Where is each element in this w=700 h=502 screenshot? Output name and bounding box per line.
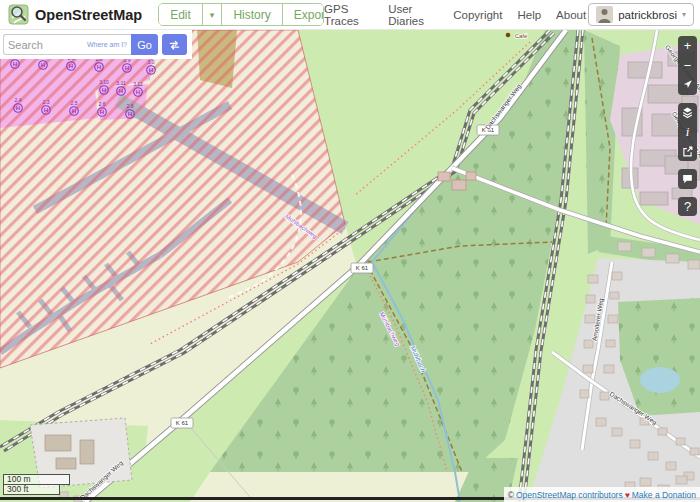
username: patrickbrosi <box>618 9 677 21</box>
k61-badge: K 61 <box>356 265 369 271</box>
svg-text:H: H <box>102 87 106 93</box>
directions-icon <box>168 38 181 52</box>
copyright-symbol: © <box>508 490 514 500</box>
svg-text:3.12: 3.12 <box>133 81 143 87</box>
donate-link[interactable]: Make a Donation <box>632 490 696 500</box>
locate-arrow-icon <box>681 78 694 91</box>
map-action-buttons: Edit ▾ History Export <box>158 3 324 26</box>
cafe-poi: Café <box>506 33 528 39</box>
link-about[interactable]: About <box>556 9 586 21</box>
map-canvas: H2.2H2.4H2.6H2.8H2.9H3.0H3.10H3.11H3.12H… <box>0 30 700 502</box>
edit-button[interactable]: Edit <box>159 4 203 25</box>
directions-button[interactable] <box>162 34 187 55</box>
svg-text:2.4: 2.4 <box>15 97 22 103</box>
map[interactable]: H2.2H2.4H2.6H2.8H2.9H3.0H3.10H3.11H3.12H… <box>0 30 700 502</box>
svg-text:2.6: 2.6 <box>99 101 106 107</box>
svg-text:H: H <box>149 67 153 73</box>
link-copyright[interactable]: Copyright <box>453 9 502 21</box>
osm-contributors-link[interactable]: OpenStreetMap contributors <box>516 490 623 500</box>
search-panel: Where am I? Go <box>0 30 192 59</box>
zoom-in-button[interactable]: + <box>678 36 697 56</box>
svg-text:H: H <box>100 109 104 115</box>
svg-text:3.10: 3.10 <box>99 79 109 85</box>
svg-text:H: H <box>128 111 132 117</box>
cafe-label: Café <box>515 33 528 39</box>
attribution-bar: © OpenStreetMap contributors ♥ Make a Do… <box>504 487 700 502</box>
link-help[interactable]: Help <box>517 9 541 21</box>
brand-title: OpenStreetMap <box>35 7 142 23</box>
where-am-i-link[interactable]: Where am I? <box>87 41 127 48</box>
user-menu-button[interactable]: patrickbrosi ▾ <box>588 3 694 26</box>
svg-text:H: H <box>136 89 140 95</box>
share-icon <box>681 145 694 158</box>
locate-button[interactable] <box>678 75 697 95</box>
site-links: GPS Traces User Diaries Copyright Help A… <box>324 3 586 27</box>
query-features-button[interactable]: ? <box>678 197 697 217</box>
scale-imperial: 300 ft <box>3 485 60 495</box>
top-navbar: OpenStreetMap Edit ▾ History Export GPS … <box>0 0 700 30</box>
svg-text:3.0: 3.0 <box>148 59 155 65</box>
layers-button[interactable] <box>678 103 697 123</box>
svg-text:2.5: 2.5 <box>71 100 78 106</box>
link-gps-traces[interactable]: GPS Traces <box>324 3 373 27</box>
osm-logo-icon <box>8 4 29 25</box>
scale-bar: 100 m 300 ft <box>3 474 70 495</box>
svg-text:H: H <box>13 61 17 67</box>
layers-icon <box>681 106 694 119</box>
osm-brand[interactable]: OpenStreetMap <box>8 4 142 25</box>
svg-text:H: H <box>125 65 129 71</box>
map-controls: + − i ? <box>678 36 697 224</box>
svg-text:H: H <box>44 107 48 113</box>
history-button[interactable]: History <box>222 4 282 25</box>
search-go-button[interactable]: Go <box>131 34 158 55</box>
map-key-button[interactable]: i <box>678 122 697 142</box>
svg-text:H: H <box>119 88 123 94</box>
edit-dropdown-caret-icon[interactable]: ▾ <box>203 4 223 25</box>
svg-text:H: H <box>97 64 101 70</box>
avatar <box>596 6 613 23</box>
svg-text:2.3: 2.3 <box>43 99 50 105</box>
user-dropdown-caret-icon: ▾ <box>682 10 686 19</box>
svg-text:H: H <box>16 105 20 111</box>
svg-text:3.11: 3.11 <box>116 80 126 86</box>
k61-badge: K 61 <box>176 420 189 426</box>
export-button[interactable]: Export <box>283 4 324 25</box>
svg-text:H: H <box>41 62 45 68</box>
svg-text:2.8: 2.8 <box>127 103 134 109</box>
svg-text:H: H <box>72 108 76 114</box>
svg-text:H: H <box>69 63 73 69</box>
link-user-diaries[interactable]: User Diaries <box>388 3 438 27</box>
share-button[interactable] <box>678 142 697 162</box>
zoom-out-button[interactable]: − <box>678 56 697 76</box>
heart-icon: ♥ <box>625 490 630 500</box>
note-bubble-icon <box>681 172 694 185</box>
add-note-button[interactable] <box>678 169 697 189</box>
pond <box>640 367 680 393</box>
